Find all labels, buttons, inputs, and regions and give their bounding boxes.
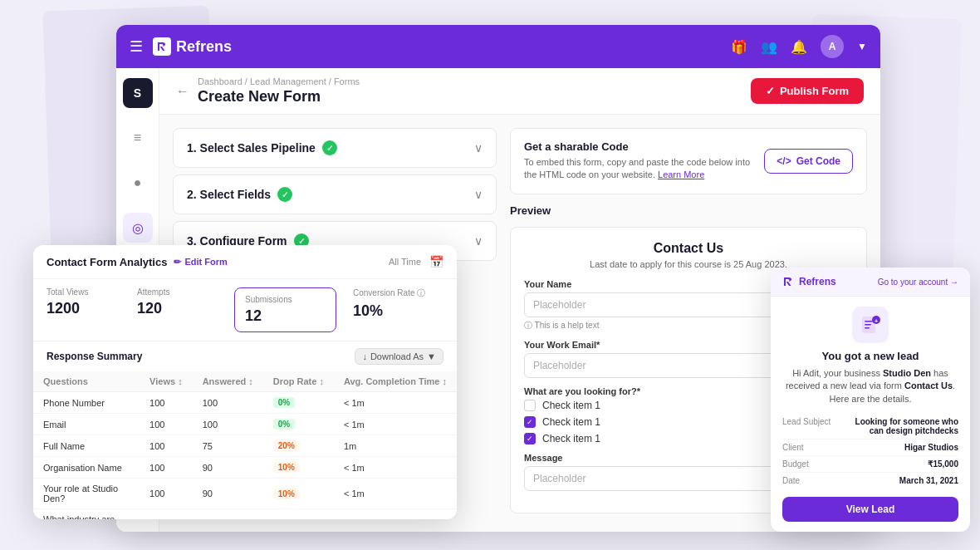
table-row: Phone Number 100 100 0% < 1m [33,392,457,414]
lead-title: You got a new lead [782,350,958,362]
nav-icons: 🎁 👥 🔔 A ▼ [731,35,867,58]
sidebar-item-forms[interactable]: ◎ [123,213,153,243]
sharable-desc: To embed this form, copy and paste the c… [524,156,757,182]
code-icon: </> [777,155,791,167]
sidebar-logo[interactable]: S [123,78,153,108]
check-circle-1: ✓ [322,140,337,155]
cell-question: Organisation Name [33,457,140,479]
col-views: Views ↕ [140,371,193,392]
hamburger-icon[interactable]: ☰ [130,37,143,56]
page-title: Create New Form [198,88,360,106]
calendar-icon[interactable]: 📅 [429,255,443,268]
check-icon: ✓ [766,85,775,97]
stat-conversion: Conversion Rate ⓘ 10% [343,287,443,332]
lead-row-budget: Budget ₹15,000 [782,456,958,473]
analytics-table: Questions Views ↕ Answered ↕ Drop Rate ↕… [33,371,457,519]
cell-completion: < 1m [334,392,457,414]
go-to-account-link[interactable]: Go to your account → [878,277,958,287]
analytics-header: Contact Form Analytics ✏ Edit Form All T… [33,245,457,279]
sharable-title: Get a sharable Code [524,140,757,153]
accordion-sales-pipeline[interactable]: 1. Select Sales Pipeline ✓ ∨ [173,128,497,168]
cell-question: Email [33,414,140,435]
cell-question: Full Name [33,435,140,457]
stat-attempts: Attempts 120 [137,287,228,332]
app-name: Refrens [176,38,232,56]
cell-completion: 1m [334,509,457,520]
back-button[interactable]: ← [176,84,189,99]
cell-question: Phone Number [33,392,140,414]
cell-answered: 100 [193,392,263,414]
sidebar-item-menu[interactable]: ≡ [123,123,153,153]
stat-value-conversion: 10% [353,302,434,320]
lead-icon: + [852,307,889,343]
cell-views: 100 [140,509,193,520]
svg-rect-2 [865,324,871,326]
preview-label: Preview [510,204,867,217]
lead-row-subject: Lead Subject Looking for someone who can… [782,414,958,440]
analytics-title-text: Contact Form Analytics [47,256,167,268]
table-row: What industry are you working in? 100 90… [33,509,457,520]
lead-header: Refrens Go to your account → [771,268,970,297]
cell-question: Your role at Studio Den? [33,479,140,509]
bell-icon[interactable]: 🔔 [791,39,807,55]
cell-answered: 100 [193,414,263,435]
header-left: ← Dashboard / Lead Management / Forms Cr… [176,76,360,106]
stat-submissions: Submissions 12 [234,287,336,332]
stat-total-views: Total Views 1200 [47,287,137,332]
download-button[interactable]: ↓ Download As ▼ [355,348,443,365]
edit-form-link[interactable]: ✏ Edit Form [174,257,227,268]
chevron-down-icon: ▼ [427,351,436,361]
table-row: Full Name 100 75 20% 1m [33,435,457,457]
cell-drop-rate: 20% [263,435,334,457]
response-summary-header: Response Summary ↓ Download As ▼ [33,341,457,371]
publish-form-button[interactable]: ✓ Publish Form [751,78,864,104]
top-nav: ☰ Refrens 🎁 👥 🔔 A ▼ [116,25,880,68]
sidebar-item-circle[interactable]: ● [123,168,153,198]
cell-views: 100 [140,435,193,457]
svg-rect-1 [865,321,873,322]
learn-more-link[interactable]: Learn More [658,169,704,179]
lead-row-client: Client Higar Studios [782,440,958,456]
chevron-icon-2: ∨ [474,188,483,201]
cell-completion: 1m [334,435,457,457]
period-label: All Time [389,257,421,267]
checkbox-2[interactable]: ✓ [524,416,536,428]
chevron-icon-1: ∨ [474,141,483,155]
lead-desc: Hi Adit, your business Studio Den has re… [782,367,958,405]
pencil-icon: ✏ [174,257,181,268]
avatar[interactable]: A [821,35,844,58]
chevron-icon-3: ∨ [474,234,483,248]
logo-icon [153,37,171,56]
cell-answered: 90 [193,479,263,509]
cell-completion: < 1m [334,479,457,509]
checkbox-3[interactable]: ✓ [524,433,536,444]
users-icon[interactable]: 👥 [761,39,777,55]
chevron-down-icon[interactable]: ▼ [857,41,867,52]
cell-drop-rate: 10% [263,479,334,509]
checkbox-1[interactable] [524,400,536,411]
cell-drop-rate: 0% [263,414,334,435]
lead-row-date: Date March 31, 2021 [782,473,958,489]
col-questions: Questions [33,371,140,392]
cell-views: 100 [140,414,193,435]
stat-value-attempts: 120 [137,300,218,317]
view-lead-button[interactable]: View Lead [782,497,958,522]
table-row: Your role at Studio Den? 100 90 10% < 1m [33,479,457,509]
gift-icon[interactable]: 🎁 [731,39,747,55]
accordion-select-fields[interactable]: 2. Select Fields ✓ ∨ [173,174,497,214]
table-row: Email 100 100 0% < 1m [33,414,457,435]
stat-value-submissions: 12 [245,307,326,325]
cell-views: 100 [140,479,193,509]
get-code-button[interactable]: </> Get Code [764,149,853,174]
cell-views: 100 [140,457,193,479]
svg-text:+: + [875,318,878,324]
cell-answered: 75 [193,435,263,457]
cell-completion: < 1m [334,414,457,435]
analytics-table-container: Questions Views ↕ Answered ↕ Drop Rate ↕… [33,371,457,519]
lead-details: Lead Subject Looking for someone who can… [782,414,958,489]
table-row: Organisation Name 100 90 10% < 1m [33,457,457,479]
download-icon: ↓ [362,351,367,361]
cell-drop-rate: 10% [263,509,334,520]
table-header-row: Questions Views ↕ Answered ↕ Drop Rate ↕… [33,371,457,392]
col-drop-rate: Drop Rate ↕ [263,371,334,392]
